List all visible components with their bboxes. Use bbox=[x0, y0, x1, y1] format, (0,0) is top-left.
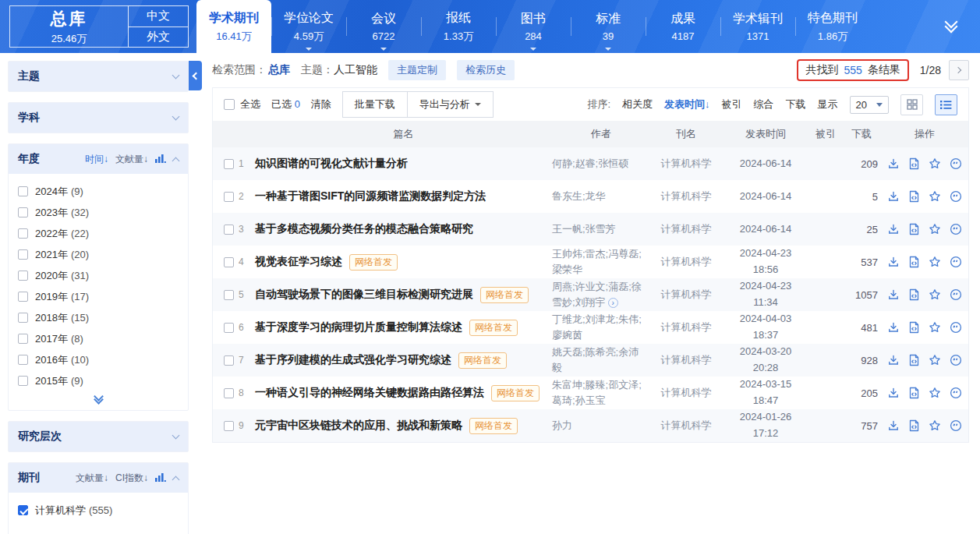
sort-by-volume-link[interactable]: 文献量↓ bbox=[115, 153, 148, 166]
article-title-link[interactable]: 一种语义引导的神经网络关键数据路由路径算法 bbox=[255, 386, 484, 400]
next-page-button[interactable] bbox=[949, 60, 969, 80]
favorite-icon[interactable] bbox=[929, 387, 941, 399]
facet-checkbox[interactable] bbox=[18, 271, 28, 281]
cite-icon[interactable] bbox=[950, 387, 962, 399]
research-level-header[interactable]: 研究层次 bbox=[9, 422, 188, 451]
year-facet-item[interactable]: 2024年 (9) bbox=[18, 181, 179, 202]
export-analyze-button[interactable]: 导出与分析 bbox=[407, 91, 494, 118]
database-tab[interactable]: 学术辑刊 1371 bbox=[720, 0, 795, 53]
journal-link[interactable]: 计算机科学 bbox=[650, 386, 722, 400]
facet-checkbox[interactable] bbox=[18, 186, 28, 196]
facet-checkbox[interactable] bbox=[18, 292, 28, 302]
database-tab[interactable]: 报纸 1.33万 bbox=[421, 0, 496, 53]
article-title-link[interactable]: 知识图谱的可视化文献计量分析 bbox=[255, 157, 408, 171]
sort-option[interactable]: 相关度 bbox=[622, 97, 653, 111]
year-facet-item[interactable]: 2016年 (10) bbox=[18, 349, 179, 370]
cite-icon[interactable] bbox=[950, 256, 962, 268]
show-more-years-button[interactable] bbox=[9, 394, 188, 410]
html-read-icon[interactable] bbox=[908, 419, 920, 432]
authors-text[interactable]: 何静;赵睿;张恒硕 bbox=[552, 157, 628, 169]
search-chip-button[interactable]: 主题定制 bbox=[388, 60, 446, 80]
favorite-icon[interactable] bbox=[929, 223, 941, 235]
cite-icon[interactable] bbox=[950, 321, 962, 334]
html-read-icon[interactable] bbox=[908, 223, 920, 235]
cite-icon[interactable] bbox=[950, 354, 962, 366]
download-icon[interactable] bbox=[887, 321, 900, 334]
row-checkbox[interactable] bbox=[224, 192, 234, 202]
authors-text[interactable]: 王帅炜;雷杰;冯尊磊;梁荣华 bbox=[552, 248, 642, 275]
database-tab[interactable]: 学术期刊 16.41万 bbox=[196, 0, 271, 53]
database-tab[interactable]: 特色期刊 1.86万 bbox=[795, 0, 870, 53]
download-icon[interactable] bbox=[887, 387, 900, 399]
journal-link[interactable]: 计算机科学 bbox=[650, 320, 722, 334]
scope-value-link[interactable]: 总库 bbox=[268, 63, 290, 77]
row-checkbox[interactable] bbox=[224, 421, 234, 431]
authors-cell[interactable]: 周燕;许业文;蒲磊;徐雪妙;刘翔宇› bbox=[552, 279, 650, 310]
filter-section-header[interactable]: 学科 bbox=[9, 103, 188, 133]
authors-text[interactable]: 朱富坤;滕臻;邵文泽;葛琦;孙玉宝 bbox=[552, 379, 642, 406]
article-title-link[interactable]: 基于深度学习的病理切片质量控制算法综述 bbox=[255, 320, 462, 334]
download-icon[interactable] bbox=[887, 157, 900, 170]
html-read-icon[interactable] bbox=[908, 321, 920, 334]
cite-icon[interactable] bbox=[950, 190, 962, 203]
journal-link[interactable]: 计算机科学 bbox=[650, 419, 722, 433]
journal-link[interactable]: 计算机科学 bbox=[650, 353, 722, 367]
filter-section-header[interactable]: 主题 bbox=[9, 62, 188, 91]
row-checkbox[interactable] bbox=[224, 323, 234, 333]
facet-checkbox[interactable] bbox=[18, 376, 28, 386]
facet-checkbox[interactable] bbox=[18, 355, 28, 365]
authors-text[interactable]: 王一帆;张雪芳 bbox=[552, 223, 616, 235]
clear-selection-button[interactable]: 清除 bbox=[311, 97, 331, 111]
journal-link[interactable]: 计算机科学 bbox=[650, 255, 722, 269]
journal-link[interactable]: 计算机科学 bbox=[650, 189, 722, 203]
more-databases-button[interactable] bbox=[922, 0, 980, 53]
download-icon[interactable] bbox=[887, 419, 900, 432]
authors-cell[interactable]: 王一帆;张雪芳 bbox=[552, 221, 650, 237]
article-title-link[interactable]: 元宇宙中区块链技术的应用、挑战和新策略 bbox=[255, 419, 462, 433]
download-icon[interactable] bbox=[887, 288, 900, 301]
row-checkbox[interactable] bbox=[224, 257, 234, 267]
article-title-link[interactable]: 基于序列建模的生成式强化学习研究综述 bbox=[255, 353, 451, 367]
database-tab[interactable]: 图书 284 bbox=[496, 0, 571, 53]
facet-checkbox[interactable] bbox=[18, 249, 28, 260]
html-read-icon[interactable] bbox=[908, 256, 920, 268]
row-checkbox[interactable] bbox=[224, 290, 234, 300]
sort-by-time-link[interactable]: 时间↓ bbox=[85, 153, 108, 166]
favorite-icon[interactable] bbox=[929, 419, 941, 432]
year-facet-item[interactable]: 2015年 (9) bbox=[18, 370, 179, 391]
facet-checkbox[interactable] bbox=[18, 207, 28, 217]
journal-link[interactable]: 计算机科学 bbox=[650, 222, 722, 236]
article-title-link[interactable]: 视觉表征学习综述 bbox=[255, 255, 342, 269]
favorite-icon[interactable] bbox=[929, 288, 941, 301]
cite-icon[interactable] bbox=[950, 157, 962, 170]
year-facet-item[interactable]: 2022年 (22) bbox=[18, 223, 179, 244]
favorite-icon[interactable] bbox=[929, 157, 941, 170]
grid-view-button[interactable] bbox=[900, 94, 923, 115]
language-tab[interactable]: 外文 bbox=[128, 27, 189, 48]
favorite-icon[interactable] bbox=[929, 190, 941, 203]
facet-checkbox[interactable] bbox=[18, 313, 28, 323]
authors-text[interactable]: 孙力 bbox=[552, 419, 572, 431]
html-read-icon[interactable] bbox=[908, 288, 920, 301]
bar-chart-icon[interactable] bbox=[155, 154, 166, 165]
database-tab[interactable]: 学位论文 4.59万 bbox=[271, 0, 346, 53]
year-facet-item[interactable]: 2021年 (20) bbox=[18, 244, 179, 265]
language-tab[interactable]: 中文 bbox=[128, 5, 189, 27]
facet-checkbox[interactable] bbox=[18, 228, 28, 239]
sort-by-volume-link[interactable]: 文献量↓ bbox=[76, 472, 108, 485]
authors-cell[interactable]: 何静;赵睿;张恒硕 bbox=[552, 156, 650, 172]
sort-option[interactable]: 被引 bbox=[722, 97, 742, 111]
authors-cell[interactable]: 丁维龙;刘津龙;朱伟;廖婉茵 bbox=[552, 312, 650, 343]
journal-facet-item[interactable]: 计算机科学 (555) bbox=[18, 500, 179, 521]
authors-text[interactable]: 姚天磊;陈希亮;余沛毅 bbox=[552, 346, 639, 373]
favorite-icon[interactable] bbox=[929, 256, 941, 268]
journal-link[interactable]: 计算机科学 bbox=[650, 157, 722, 171]
year-facet-item[interactable]: 2017年 (8) bbox=[18, 328, 179, 349]
authors-cell[interactable]: 朱富坤;滕臻;邵文泽;葛琦;孙玉宝 bbox=[552, 377, 650, 408]
html-read-icon[interactable] bbox=[908, 157, 920, 170]
download-icon[interactable] bbox=[887, 190, 900, 203]
row-checkbox[interactable] bbox=[224, 355, 234, 366]
journal-link[interactable]: 计算机科学 bbox=[650, 288, 722, 302]
article-title-link[interactable]: 基于多模态视频分类任务的模态融合策略研究 bbox=[255, 222, 473, 236]
select-all-label[interactable]: 全选 bbox=[240, 97, 260, 111]
